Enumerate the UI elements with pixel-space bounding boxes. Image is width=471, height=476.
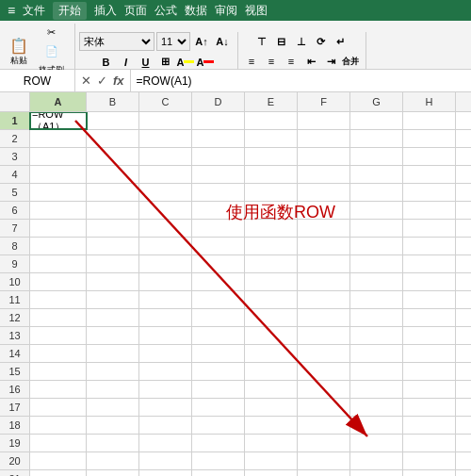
- cell-A11[interactable]: [30, 291, 87, 308]
- cell-D7[interactable]: [192, 220, 245, 237]
- cell-F17[interactable]: [298, 399, 350, 416]
- cell-E6[interactable]: [245, 202, 298, 219]
- cell-A12[interactable]: [30, 309, 87, 326]
- cell-A8[interactable]: [30, 238, 87, 254]
- cell-B20[interactable]: [87, 452, 139, 469]
- fill-color-button[interactable]: A: [176, 53, 195, 72]
- cell-H17[interactable]: [403, 399, 456, 416]
- cell-C11[interactable]: [139, 291, 192, 308]
- cell-D14[interactable]: [192, 345, 245, 362]
- tab-insert[interactable]: 插入: [94, 3, 117, 19]
- cell-G2[interactable]: [350, 130, 403, 147]
- menu-file[interactable]: 文件: [23, 3, 45, 19]
- cell-G4[interactable]: [350, 166, 403, 183]
- cell-B17[interactable]: [87, 399, 139, 416]
- cell-E19[interactable]: [245, 435, 298, 451]
- cell-A16[interactable]: [30, 381, 87, 398]
- cell-D9[interactable]: [192, 255, 245, 272]
- align-middle-button[interactable]: ⊟: [272, 32, 291, 51]
- cell-H3[interactable]: [403, 148, 456, 165]
- cell-E14[interactable]: [245, 345, 298, 362]
- cell-B13[interactable]: [87, 327, 139, 344]
- cell-D21[interactable]: [192, 470, 245, 476]
- cell-B1[interactable]: [87, 112, 139, 129]
- cell-F2[interactable]: [298, 130, 350, 147]
- cell-H9[interactable]: [403, 255, 456, 272]
- col-header-f[interactable]: F: [298, 92, 350, 111]
- cell-E18[interactable]: [245, 417, 298, 434]
- menu-icon[interactable]: ≡: [8, 3, 15, 18]
- cell-C19[interactable]: [139, 435, 192, 451]
- cell-C8[interactable]: [139, 238, 192, 254]
- cell-E4[interactable]: [245, 166, 298, 183]
- cell-F16[interactable]: [298, 381, 350, 398]
- cell-G18[interactable]: [350, 417, 403, 434]
- row-number-2[interactable]: 2: [0, 130, 30, 147]
- cell-F20[interactable]: [298, 452, 350, 469]
- cell-C18[interactable]: [139, 417, 192, 434]
- cell-F4[interactable]: [298, 166, 350, 183]
- font-size-select[interactable]: 11: [156, 32, 190, 51]
- cell-D1[interactable]: [192, 112, 245, 129]
- cell-C12[interactable]: [139, 309, 192, 326]
- cell-E8[interactable]: [245, 238, 298, 254]
- cell-E20[interactable]: [245, 452, 298, 469]
- cell-F19[interactable]: [298, 435, 350, 451]
- cell-A14[interactable]: [30, 345, 87, 362]
- col-header-g[interactable]: G: [350, 92, 403, 111]
- cell-E17[interactable]: [245, 399, 298, 416]
- cell-B8[interactable]: [87, 238, 139, 254]
- cell-C5[interactable]: [139, 184, 192, 201]
- align-right-button[interactable]: ≡: [282, 52, 300, 71]
- cell-G16[interactable]: [350, 381, 403, 398]
- cell-F6[interactable]: [298, 202, 350, 219]
- col-header-h[interactable]: H: [403, 92, 456, 111]
- border-button[interactable]: ⊞: [156, 53, 175, 72]
- cell-H18[interactable]: [403, 417, 456, 434]
- cell-F11[interactable]: [298, 291, 350, 308]
- row-number-13[interactable]: 13: [0, 327, 30, 344]
- cell-D8[interactable]: [192, 238, 245, 254]
- cell-C17[interactable]: [139, 399, 192, 416]
- cell-A6[interactable]: [30, 202, 87, 219]
- tab-formula[interactable]: 公式: [154, 3, 177, 19]
- cell-F15[interactable]: [298, 363, 350, 380]
- cell-H19[interactable]: [403, 435, 456, 451]
- col-header-b[interactable]: B: [87, 92, 139, 111]
- cell-A5[interactable]: [30, 184, 87, 201]
- col-header-d[interactable]: D: [192, 92, 245, 111]
- cell-A21[interactable]: [30, 470, 87, 476]
- text-rotate-button[interactable]: ⟳: [312, 32, 331, 51]
- cell-F14[interactable]: [298, 345, 350, 362]
- cell-H7[interactable]: [403, 220, 456, 237]
- row-number-14[interactable]: 14: [0, 345, 30, 362]
- cell-D3[interactable]: [192, 148, 245, 165]
- cell-H12[interactable]: [403, 309, 456, 326]
- cell-H1[interactable]: [403, 112, 456, 129]
- cell-B7[interactable]: [87, 220, 139, 237]
- cell-A20[interactable]: [30, 452, 87, 469]
- col-header-c[interactable]: C: [139, 92, 192, 111]
- cell-F12[interactable]: [298, 309, 350, 326]
- row-number-11[interactable]: 11: [0, 291, 30, 308]
- cell-C20[interactable]: [139, 452, 192, 469]
- row-number-4[interactable]: 4: [0, 166, 30, 183]
- cell-C10[interactable]: [139, 273, 192, 290]
- cell-C2[interactable]: [139, 130, 192, 147]
- row-number-21[interactable]: 21: [0, 470, 30, 476]
- cell-C13[interactable]: [139, 327, 192, 344]
- cell-B6[interactable]: [87, 202, 139, 219]
- italic-button[interactable]: I: [117, 53, 136, 72]
- cell-A17[interactable]: [30, 399, 87, 416]
- cell-H15[interactable]: [403, 363, 456, 380]
- tab-start[interactable]: 开始: [53, 2, 87, 20]
- cell-A18[interactable]: [30, 417, 87, 434]
- cell-G21[interactable]: [350, 470, 403, 476]
- col-header-e[interactable]: E: [245, 92, 298, 111]
- cell-B15[interactable]: [87, 363, 139, 380]
- cell-B2[interactable]: [87, 130, 139, 147]
- cell-A4[interactable]: [30, 166, 87, 183]
- cell-C14[interactable]: [139, 345, 192, 362]
- row-number-3[interactable]: 3: [0, 148, 30, 165]
- cell-B12[interactable]: [87, 309, 139, 326]
